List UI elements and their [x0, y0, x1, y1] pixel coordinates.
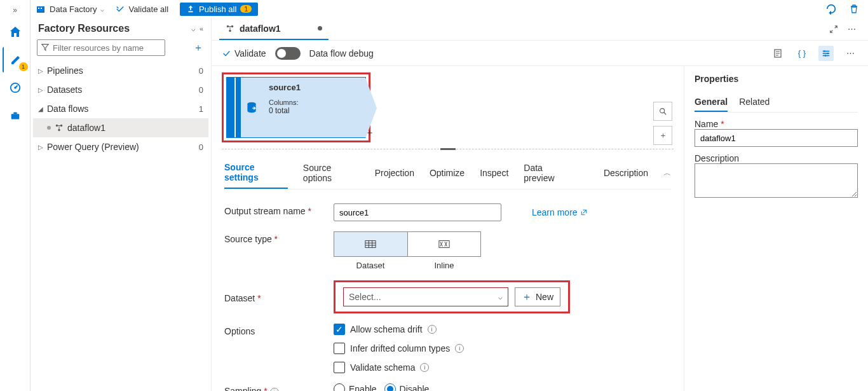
svg-point-19: [660, 109, 665, 113]
info-icon[interactable]: i: [428, 325, 437, 334]
info-icon[interactable]: i: [420, 363, 429, 372]
view-code-button[interactable]: { }: [794, 46, 810, 61]
view-more-button[interactable]: ⋯: [843, 46, 858, 61]
seg-dataset[interactable]: [334, 232, 408, 256]
new-label: New: [536, 292, 553, 302]
rail-monitor[interactable]: [3, 75, 28, 100]
publish-all-label: Publish all: [199, 4, 236, 14]
tab-more-button[interactable]: ⋯: [843, 20, 860, 38]
check-icon: [222, 49, 231, 58]
dirty-indicator-icon: [318, 26, 322, 31]
new-dataset-button[interactable]: ＋ New: [515, 287, 560, 306]
editor-tab[interactable]: dataflow1: [219, 18, 329, 40]
chk-infer-types[interactable]: Infer drifted column types i: [334, 343, 464, 354]
name-input[interactable]: [695, 129, 858, 147]
tree-label: Data flows: [47, 104, 199, 114]
prop-tab-general[interactable]: General: [695, 93, 728, 112]
tree-item-powerquery[interactable]: ▷ Power Query (Preview) 0: [33, 137, 208, 156]
learn-more-link[interactable]: Learn more: [532, 207, 588, 217]
info-icon[interactable]: i: [270, 388, 279, 391]
expand-tab-button[interactable]: [825, 20, 843, 38]
collapse-panel-button[interactable]: ︿: [663, 168, 671, 179]
search-canvas-button[interactable]: [653, 102, 672, 121]
debug-toggle[interactable]: [275, 47, 301, 60]
name-label: Name: [695, 119, 718, 129]
dataset-select[interactable]: Select... ⌵: [343, 287, 508, 306]
tree-item-datasets[interactable]: ▷ Datasets 0: [33, 80, 208, 99]
tree-label: Pipelines: [47, 65, 199, 76]
resize-handle[interactable]: [222, 149, 674, 149]
add-transform-button[interactable]: ＋: [365, 127, 374, 139]
tree-item-dataflows[interactable]: ◢ Data flows 1: [33, 99, 208, 118]
svg-rect-2: [11, 114, 19, 119]
rail-home[interactable]: [3, 19, 28, 45]
dataset-label: Dataset: [224, 293, 255, 303]
seg-inline-label: Inline: [407, 258, 481, 270]
svg-rect-7: [189, 11, 193, 13]
dataflow-toolbar: Validate Data flow debug { } ⋯: [212, 41, 868, 66]
validate-all-button[interactable]: Validate all: [109, 3, 175, 16]
tree-count: 1: [199, 104, 203, 114]
workspace-selector[interactable]: Data Factory ⌵: [36, 4, 104, 14]
chk-label: Validate schema: [350, 362, 415, 373]
sampling-label: Sampling: [224, 386, 261, 391]
debug-label: Data flow debug: [309, 48, 374, 58]
chk-label: Allow schema drift: [350, 324, 423, 334]
radio-label: Disable: [400, 384, 430, 391]
sidebar-collapse-icon[interactable]: «: [200, 25, 203, 32]
radio-enable[interactable]: Enable: [334, 383, 377, 391]
rail-author[interactable]: 1: [3, 47, 28, 72]
source-type-segment[interactable]: [334, 231, 481, 257]
tab-projection[interactable]: Projection: [375, 163, 414, 183]
info-icon[interactable]: i: [455, 344, 464, 353]
add-source-button[interactable]: ＋: [653, 126, 672, 145]
rail-manage[interactable]: [3, 103, 28, 128]
tree-caret-icon: ▷: [38, 86, 47, 93]
discard-button[interactable]: [845, 0, 863, 18]
left-rail: » 1: [0, 0, 31, 391]
properties-title: Properties: [695, 71, 858, 86]
tree-child-dataflow1[interactable]: dataflow1: [33, 118, 208, 137]
check-all-icon: [116, 4, 125, 13]
seg-inline[interactable]: [408, 232, 481, 256]
plus-icon: ＋: [522, 291, 532, 304]
tree-item-pipelines[interactable]: ▷ Pipelines 0: [33, 61, 208, 80]
tab-source-options[interactable]: Source options: [303, 158, 360, 188]
radio-disable[interactable]: Disable: [384, 383, 430, 391]
filter-input[interactable]: [37, 39, 165, 56]
source-node[interactable]: source1 Columns: 0 total ＋: [226, 77, 366, 138]
desc-input[interactable]: [695, 163, 858, 198]
view-script-button[interactable]: [770, 46, 785, 61]
validate-label: Validate: [234, 48, 266, 58]
output-stream-input[interactable]: [334, 203, 501, 221]
home-icon: [9, 25, 22, 38]
expand-rail-icon[interactable]: »: [0, 3, 31, 18]
prop-tab-related[interactable]: Related: [739, 93, 770, 112]
checkbox-icon: [334, 343, 345, 354]
tree-count: 0: [199, 85, 203, 95]
tab-inspect[interactable]: Inspect: [480, 163, 508, 183]
chk-schema-drift[interactable]: ✓ Allow schema drift i: [334, 324, 437, 335]
tab-description[interactable]: Description: [604, 163, 648, 183]
tab-source-settings[interactable]: Source settings: [224, 157, 288, 189]
chk-label: Infer drifted column types: [350, 343, 450, 353]
publish-all-button[interactable]: Publish all 1: [180, 3, 258, 16]
sidebar-menu-icon[interactable]: ⌵: [191, 25, 196, 33]
top-toolbar: Data Factory ⌵ Validate all Publish all …: [31, 0, 868, 18]
add-resource-button[interactable]: ＋: [192, 41, 205, 55]
editor-tabbar: dataflow1 ⋯: [212, 18, 868, 41]
refresh-button[interactable]: [822, 0, 840, 18]
view-settings-button[interactable]: [818, 46, 834, 61]
graph-canvas[interactable]: source1 Columns: 0 total ＋: [212, 66, 684, 149]
tab-data-preview[interactable]: Data preview: [524, 158, 573, 188]
tab-label: dataflow1: [240, 24, 281, 34]
tab-optimize[interactable]: Optimize: [430, 163, 465, 183]
chk-validate-schema[interactable]: Validate schema i: [334, 362, 429, 373]
chevron-down-icon: ⌵: [100, 6, 104, 13]
sidebar-title: Factory Resources: [38, 23, 187, 34]
tree-count: 0: [199, 142, 203, 152]
svg-point-17: [825, 55, 827, 57]
validate-button[interactable]: Validate: [222, 48, 266, 58]
highlight-dataset-row: Select... ⌵ ＋ New: [334, 280, 570, 313]
desc-label: Description: [695, 153, 858, 163]
